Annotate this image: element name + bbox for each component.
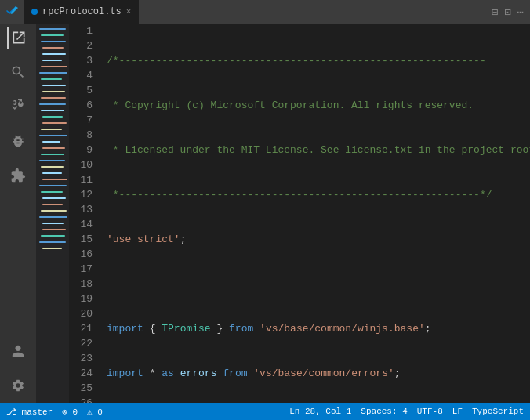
activity-bottom-items <box>7 340 29 396</box>
code-line-6 <box>107 277 530 291</box>
editor-content: 1 2 3 4 5 6 7 8 9 10 11 12 13 14 15 16 1… <box>69 24 530 403</box>
activity-source-control[interactable] <box>7 96 29 118</box>
status-right: Ln 28, Col 1 Spaces: 4 UTF-8 LF TypeScri… <box>289 407 524 416</box>
minimize-icon[interactable]: ⊟ <box>492 5 498 19</box>
code-content[interactable]: /*--------------------------------------… <box>100 24 530 403</box>
tab-file-icon <box>31 9 38 15</box>
vscode-icon <box>6 5 19 18</box>
status-errors[interactable]: ⊗ 0 <box>62 407 78 417</box>
window-controls: ⊟ ⊡ ⋯ <box>492 5 524 19</box>
line-numbers: 1 2 3 4 5 6 7 8 9 10 11 12 13 14 15 16 1… <box>69 24 100 403</box>
activity-account[interactable] <box>7 340 29 362</box>
tab-filename: rpcProtocol.ts <box>42 6 122 17</box>
code-line-3: * Licensed under the MIT License. See li… <box>107 143 530 158</box>
editor-tab[interactable]: rpcProtocol.ts × <box>24 0 139 24</box>
status-cursor[interactable]: Ln 28, Col 1 <box>289 407 351 416</box>
code-line-1: /*--------------------------------------… <box>107 53 530 68</box>
activity-search[interactable] <box>7 61 29 83</box>
activity-bar <box>0 24 36 403</box>
activity-explorer[interactable] <box>7 27 29 49</box>
status-warnings[interactable]: ⚠ 0 <box>87 407 103 417</box>
main-layout: 1 2 3 4 5 6 7 8 9 10 11 12 13 14 15 16 1… <box>0 24 530 403</box>
sidebar <box>36 24 69 403</box>
status-language[interactable]: TypeScript <box>472 407 524 416</box>
code-line-2: * Copyright (c) Microsoft Corporation. A… <box>107 98 530 113</box>
maximize-icon[interactable]: ⊡ <box>504 5 510 19</box>
status-eol[interactable]: LF <box>452 407 463 416</box>
code-line-4: *---------------------------------------… <box>107 187 530 202</box>
activity-extensions[interactable] <box>7 165 29 186</box>
code-line-8: import * as errors from 'vs/base/common/… <box>107 366 530 381</box>
status-branch[interactable]: ⎇ master <box>6 407 53 417</box>
statusbar: ⎇ master ⊗ 0 ⚠ 0 Ln 28, Col 1 Spaces: 4 … <box>0 403 530 420</box>
titlebar: rpcProtocol.ts × ⊟ ⊡ ⋯ <box>0 0 530 24</box>
editor: 1 2 3 4 5 6 7 8 9 10 11 12 13 14 15 16 1… <box>69 24 530 403</box>
status-spaces[interactable]: Spaces: 4 <box>361 407 407 416</box>
code-line-7: import { TPromise } from 'vs/base/common… <box>107 321 530 336</box>
tab-close-button[interactable]: × <box>126 7 132 16</box>
status-encoding[interactable]: UTF-8 <box>417 407 443 416</box>
code-line-5: 'use strict'; <box>107 232 530 247</box>
activity-settings[interactable] <box>7 375 29 396</box>
file-tree <box>36 24 69 254</box>
more-actions-icon[interactable]: ⋯ <box>517 5 524 19</box>
activity-debug[interactable] <box>7 130 29 152</box>
